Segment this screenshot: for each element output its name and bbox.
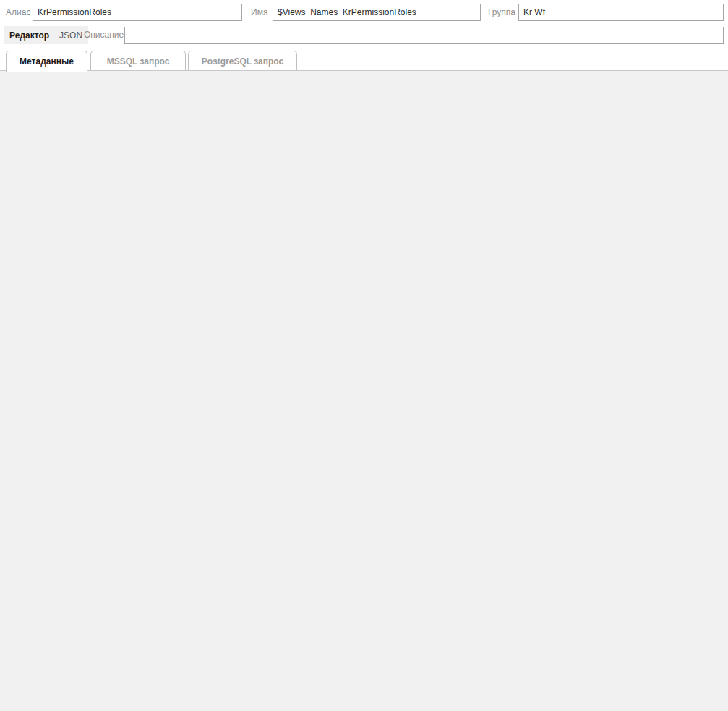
group-label: Группа bbox=[488, 3, 515, 22]
view-editor-window: Алиас Имя Группа Редактор JSON Описание … bbox=[0, 0, 728, 711]
description-label: Описание bbox=[84, 26, 124, 44]
editor-mode-switch: Редактор JSON bbox=[4, 26, 88, 44]
editor-mode-editor[interactable]: Редактор bbox=[9, 30, 49, 41]
tab-metadata[interactable]: Метаданные bbox=[6, 51, 87, 72]
tab-postgresql-query[interactable]: PostgreSQL запрос bbox=[188, 51, 297, 71]
alias-input[interactable] bbox=[33, 4, 242, 21]
editor-mode-json[interactable]: JSON bbox=[59, 30, 82, 41]
metadata-tab-panel bbox=[0, 70, 728, 711]
group-input[interactable] bbox=[518, 4, 724, 21]
name-label: Имя bbox=[251, 3, 267, 22]
tab-mssql-query[interactable]: MSSQL запрос bbox=[90, 51, 186, 71]
name-input[interactable] bbox=[273, 4, 481, 21]
alias-label: Алиас bbox=[6, 3, 30, 22]
description-input[interactable] bbox=[124, 27, 724, 44]
